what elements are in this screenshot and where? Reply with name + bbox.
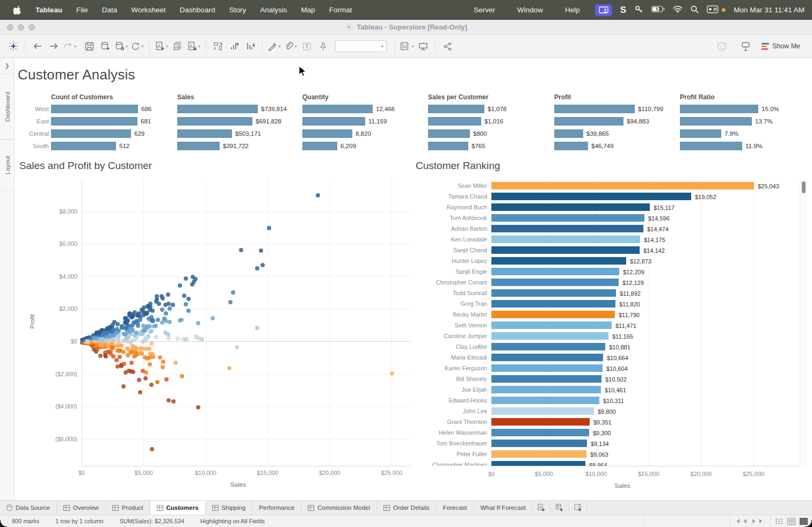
fit-dropdown[interactable]: ▾ xyxy=(335,40,387,52)
kpi-bar[interactable] xyxy=(51,129,131,138)
key-icon[interactable] xyxy=(634,5,643,16)
filmstrip-view-icon[interactable] xyxy=(787,518,795,525)
kpi-bar[interactable] xyxy=(428,129,470,138)
ranking-bar[interactable] xyxy=(491,354,603,361)
ranking-bar[interactable] xyxy=(491,450,586,458)
menu-item[interactable]: Format xyxy=(322,0,359,20)
new-story-tab-button[interactable] xyxy=(569,501,588,515)
ranking-bar[interactable] xyxy=(491,332,608,340)
ranking-bar[interactable] xyxy=(491,246,640,254)
sheet-tab-customers[interactable]: Customers xyxy=(150,501,206,515)
mask-icon[interactable] xyxy=(714,38,730,54)
ranking-bar[interactable] xyxy=(491,236,640,243)
kpi-bar[interactable] xyxy=(177,142,220,150)
menu-help[interactable]: Help xyxy=(558,0,587,20)
ranking-bar[interactable] xyxy=(491,257,626,265)
expand-pane-button[interactable]: ❯ xyxy=(0,58,14,74)
sort-ascending-button[interactable] xyxy=(226,38,242,54)
ranking-bar[interactable] xyxy=(491,343,605,350)
fix-axes-pin-button[interactable] xyxy=(315,38,331,54)
ranking-bar[interactable] xyxy=(491,289,616,297)
group-members-button[interactable]: ▾ xyxy=(282,38,299,54)
kpi-bar[interactable] xyxy=(302,129,352,138)
kpi-bar[interactable] xyxy=(428,117,481,126)
swap-rows-columns-button[interactable] xyxy=(210,38,226,54)
ranking-scrollbar[interactable] xyxy=(800,180,806,466)
kpi-bar[interactable] xyxy=(302,142,337,150)
ranking-bar[interactable] xyxy=(491,214,644,222)
ranking-bar[interactable] xyxy=(491,321,612,329)
show-hide-cards-button[interactable]: ▾ xyxy=(399,38,415,54)
kpi-bar[interactable] xyxy=(428,105,484,113)
pause-auto-updates-button[interactable]: ▾ xyxy=(113,38,129,54)
menu-item[interactable]: Analysis xyxy=(253,0,294,20)
sheet-tab-product[interactable]: Product xyxy=(106,501,150,515)
kpi-bar[interactable] xyxy=(302,117,365,126)
sheet-tab-data-source[interactable]: Data Source xyxy=(0,501,57,515)
ranking-bar[interactable] xyxy=(491,203,650,211)
apple-menu[interactable] xyxy=(6,0,28,20)
duplicate-sheet-button[interactable] xyxy=(170,38,186,54)
kpi-bar[interactable] xyxy=(51,142,116,150)
pane-tab-layout[interactable]: Layout xyxy=(0,140,15,191)
ranking-bar[interactable] xyxy=(491,375,601,383)
kpi-bar[interactable] xyxy=(554,105,635,113)
sheet-tab-order-details[interactable]: Order Details xyxy=(377,501,437,515)
menu-server[interactable]: Server xyxy=(467,0,502,20)
menu-item[interactable]: File xyxy=(69,0,95,20)
kpi-bar[interactable] xyxy=(51,105,138,113)
clear-sheet-button[interactable]: ▾ xyxy=(186,38,202,54)
menu-window[interactable]: Window xyxy=(510,0,550,20)
save-button[interactable] xyxy=(81,38,97,54)
sheet-tab-commission-model[interactable]: Commission Model xyxy=(301,501,377,515)
new-worksheet-tab-button[interactable] xyxy=(533,501,551,515)
sheet-nav-controls[interactable] xyxy=(730,515,770,527)
show-me-button[interactable]: Show Me xyxy=(762,42,800,50)
s-status-icon[interactable]: S xyxy=(620,5,626,16)
search-icon[interactable] xyxy=(691,5,699,15)
ranking-bar[interactable] xyxy=(491,386,601,393)
kpi-bar[interactable] xyxy=(428,142,468,150)
sheet-tab-forecast[interactable]: Forecast xyxy=(437,501,474,515)
menu-tableau[interactable]: Tableau xyxy=(28,0,69,20)
pane-tab-dashboard[interactable]: Dashboard xyxy=(0,74,15,140)
sheet-tab-performance[interactable]: Performance xyxy=(252,501,301,515)
ranking-bar[interactable] xyxy=(491,279,619,286)
ranking-bar[interactable] xyxy=(491,193,691,200)
show-mark-labels-text-button[interactable]: T xyxy=(299,38,315,54)
kpi-bar[interactable] xyxy=(177,117,252,126)
scrollbar-thumb[interactable] xyxy=(802,181,806,193)
screen-mirroring-icon[interactable] xyxy=(595,4,612,16)
menu-bar-clock[interactable]: Mon Mar 31 11:41 AM xyxy=(734,6,804,14)
ranking-bar[interactable] xyxy=(491,364,603,372)
sheet-tab-what-if-forecast[interactable]: What If Forecast xyxy=(474,501,532,515)
kpi-bar[interactable] xyxy=(680,129,721,138)
control-center-icon[interactable] xyxy=(707,5,719,15)
ranking-bar[interactable] xyxy=(491,429,589,436)
ranking-bar[interactable] xyxy=(491,268,619,275)
redo-button[interactable] xyxy=(46,38,62,54)
close-window-button[interactable] xyxy=(7,24,13,31)
ranking-bar[interactable] xyxy=(491,182,754,189)
menu-item[interactable]: Story xyxy=(222,0,253,20)
new-data-source-button[interactable] xyxy=(97,38,113,54)
kpi-bar[interactable] xyxy=(680,105,758,113)
ranking-bar[interactable] xyxy=(491,225,643,232)
tableau-logo-icon[interactable] xyxy=(5,38,21,54)
sheet-tab-shipping[interactable]: Shipping xyxy=(206,501,253,515)
menu-item[interactable]: Map xyxy=(294,0,322,20)
kpi-bar[interactable] xyxy=(177,129,232,138)
window-title-bar[interactable]: Tableau - Superstore [Read-Only] xyxy=(0,20,812,35)
presentation-mode-button[interactable] xyxy=(415,38,431,54)
menu-item[interactable]: Dashboard xyxy=(173,0,222,20)
menu-item[interactable]: Data xyxy=(95,0,125,20)
kpi-bar[interactable] xyxy=(680,142,742,150)
refresh-button[interactable]: ▾ xyxy=(129,38,146,54)
minimize-window-button[interactable] xyxy=(18,24,24,31)
ranking-bar[interactable] xyxy=(491,311,615,318)
kpi-bar[interactable] xyxy=(302,105,373,113)
kpi-bar[interactable] xyxy=(554,129,583,138)
ranking-bar[interactable] xyxy=(491,397,599,404)
share-button[interactable] xyxy=(439,38,455,54)
sheet-tab-overview[interactable]: Overview xyxy=(57,501,106,515)
